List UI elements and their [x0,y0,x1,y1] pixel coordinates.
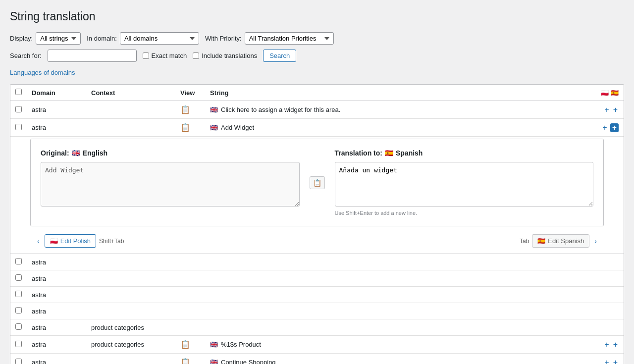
spanish-add-button[interactable]: + [612,359,619,364]
row-flags: + + [594,119,624,137]
row-flags [594,303,624,319]
row-checkbox[interactable] [15,258,22,264]
exact-match-checkbox[interactable] [143,52,149,59]
translation-popup: Original: 🇬🇧 English 📋 [30,139,604,226]
row-flags: + + [594,101,624,119]
view-icon[interactable]: 📋 [180,340,190,349]
edit-spanish-label: Edit Spanish [548,237,584,245]
spanish-add-button[interactable]: + [612,106,619,114]
select-all-checkbox[interactable] [15,89,22,95]
copy-button-wrapper: 📋 [310,149,325,216]
row-context [86,354,175,364]
priority-label: With Priority: [205,35,242,42]
row-domain: astra [27,287,86,303]
translation-panel-title: Translation to: 🇪🇸 Spanish [335,149,594,157]
row-checkbox[interactable] [15,106,22,112]
original-label: Original: [41,149,69,157]
next-arrow-button[interactable]: › [592,235,599,247]
page-container: String translation Display: All strings … [0,0,634,364]
row-checkbox[interactable] [15,124,22,130]
table-row: astra product categories 📋 🇬🇧 %1$s Produ… [10,336,624,354]
row-context: product categories [86,319,175,336]
table-header-row: Domain Context View String 🇵🇱 🇪🇸 [10,85,624,101]
languages-link[interactable]: Languages of domains [10,69,75,76]
translation-lang: Spanish [396,149,423,157]
row-view [175,303,205,319]
en-flag: 🇬🇧 [210,359,218,364]
header-view: View [175,85,205,101]
row-view: 📋 [175,101,205,119]
polish-add-button[interactable]: + [603,359,610,364]
table-row: astra 📋 🇬🇧 Click here to assign a widget… [10,101,624,119]
table-row: astra [10,287,624,303]
edit-polish-label: Edit Polish [60,237,91,245]
en-flag: 🇬🇧 [210,341,218,348]
edit-spanish-button[interactable]: 🇪🇸 Edit Spanish [532,234,589,248]
table-body: astra 📋 🇬🇧 Click here to assign a widget… [10,101,624,364]
popup-footer: ‹ 🇵🇱 Edit Polish Shift+Tab Tab [10,230,624,254]
row-context [86,270,175,287]
header-string: String [205,85,594,101]
row-domain: astra [27,319,86,336]
search-for-label: Search for: [10,52,42,59]
row-domain: astra [27,336,86,354]
row-string [205,303,594,319]
row-string: 🇬🇧 Add Widget [205,119,594,137]
polish-add-button[interactable]: + [603,341,610,349]
row-checkbox[interactable] [15,359,22,364]
original-panel: Original: 🇬🇧 English [41,149,300,216]
copy-to-translation-button[interactable]: 📋 [310,176,325,189]
row-string: 🇬🇧 %1$s Product [205,336,594,354]
header-checkbox-cell [10,85,27,101]
shift-tab-label: Shift+Tab [99,238,124,245]
display-label: Display: [10,35,33,42]
es-flag-popup: 🇪🇸 [385,149,393,157]
prev-arrow-button[interactable]: ‹ [35,235,42,247]
row-domain: astra [27,119,86,137]
view-icon[interactable]: 📋 [180,105,190,114]
row-flags: + + [594,354,624,364]
search-row: Search for: Exact match Include translat… [10,50,624,62]
row-domain: astra [27,354,86,364]
row-flags [594,270,624,287]
search-button[interactable]: Search [263,50,296,62]
polish-add-button[interactable]: + [601,124,608,132]
row-context [86,101,175,119]
edit-polish-button[interactable]: 🇵🇱 Edit Polish [45,234,96,248]
row-domain: astra [27,101,86,119]
row-checkbox[interactable] [15,291,22,297]
row-view [175,254,205,270]
row-flags [594,254,624,270]
display-select[interactable]: All strings [36,32,81,45]
view-icon[interactable]: 📋 [180,123,190,132]
exact-match-label[interactable]: Exact match [143,52,187,59]
popup-cell: Original: 🇬🇧 English 📋 [10,137,624,254]
spanish-add-button[interactable]: + [612,341,619,349]
search-input[interactable] [48,50,137,62]
row-string [205,270,594,287]
priority-select[interactable]: All Translation Priorities [245,32,334,45]
translation-hint: Use Shift+Enter to add a new line. [335,210,594,216]
tab-label: Tab [520,238,529,245]
row-string: 🇬🇧 Continue Shopping [205,354,594,364]
priority-filter-group: With Priority: All Translation Prioritie… [205,32,334,45]
spanish-add-button-active[interactable]: + [610,123,619,132]
domain-label: In domain: [87,35,117,42]
row-checkbox[interactable] [15,341,22,347]
view-icon[interactable]: 📋 [180,358,190,364]
pl-flag-btn: 🇵🇱 [50,237,58,245]
domain-filter-group: In domain: All domains [87,32,199,45]
en-flag-popup: 🇬🇧 [72,149,80,157]
row-checkbox[interactable] [15,323,22,330]
include-translations-label[interactable]: Include translations [193,52,257,59]
polish-add-button[interactable]: + [603,106,610,114]
original-lang: English [83,149,108,157]
row-context [86,254,175,270]
domain-select[interactable]: All domains [120,32,199,45]
row-checkbox[interactable] [15,274,22,281]
table-wrapper: Domain Context View String 🇵🇱 🇪🇸 [10,84,624,364]
translation-textarea[interactable] [335,162,594,207]
include-translations-checkbox[interactable] [193,52,199,59]
row-checkbox[interactable] [15,307,22,313]
row-view: 📋 [175,336,205,354]
